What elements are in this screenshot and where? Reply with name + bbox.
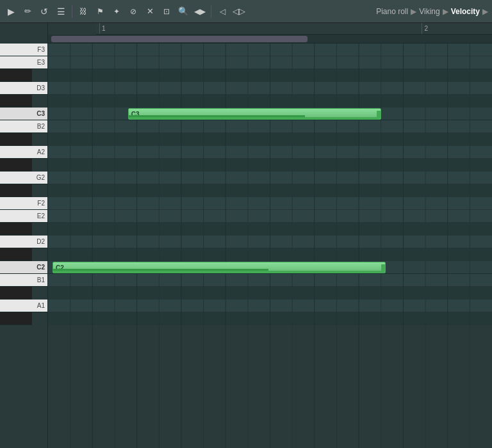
grid-row-gb2[interactable] bbox=[48, 184, 492, 197]
grid-row-c2[interactable]: C2 bbox=[48, 261, 492, 274]
key-ab1[interactable] bbox=[0, 312, 32, 325]
grid-row-db3[interactable] bbox=[48, 95, 492, 108]
key-f3[interactable]: F3 bbox=[0, 44, 47, 56]
pencil-icon[interactable]: ✏ bbox=[20, 4, 35, 19]
grid-row-ab1[interactable] bbox=[48, 312, 492, 325]
chain-icon[interactable]: ⛓ bbox=[76, 4, 90, 19]
grid-row-f2[interactable] bbox=[48, 197, 492, 210]
breadcrumb: Piano roll ▶ Viking ▶ Velocity ▶ bbox=[376, 7, 488, 16]
metronome-icon[interactable]: ◀▶ bbox=[193, 4, 207, 19]
key-d3[interactable]: D3 bbox=[0, 82, 47, 95]
speaker-icon[interactable]: ◁▷ bbox=[232, 4, 246, 19]
key-eb3[interactable] bbox=[0, 69, 32, 82]
key-a2[interactable]: A2 bbox=[0, 146, 47, 159]
key-bb2[interactable] bbox=[0, 133, 32, 146]
breadcrumb-velocity: Velocity bbox=[451, 7, 480, 16]
grid-row-f3[interactable] bbox=[48, 44, 492, 56]
grid-area[interactable]: C3 C2 bbox=[48, 44, 492, 448]
flag-icon[interactable]: ⚑ bbox=[93, 4, 107, 19]
sep-3: ▶ bbox=[482, 7, 488, 16]
ruler-marker-1: 1 bbox=[99, 23, 106, 34]
note-c3[interactable]: C3 bbox=[128, 108, 381, 120]
key-b2[interactable]: B2 bbox=[0, 120, 47, 133]
grid-row-db2[interactable] bbox=[48, 248, 492, 261]
key-eb2[interactable] bbox=[0, 223, 32, 236]
ruler-marker-2: 2 bbox=[422, 23, 428, 34]
key-bb1[interactable] bbox=[0, 287, 32, 300]
grid-row-b1[interactable] bbox=[48, 274, 492, 287]
key-g2[interactable]: G2 bbox=[0, 172, 47, 184]
grid: C3 C2 bbox=[48, 44, 492, 448]
select-icon[interactable]: ⊡ bbox=[160, 4, 174, 19]
grid-row-eb3[interactable] bbox=[48, 69, 492, 82]
grid-row-bb1[interactable] bbox=[48, 287, 492, 300]
mute-icon[interactable]: ✕ bbox=[143, 4, 157, 19]
breadcrumb-viking: Viking bbox=[419, 7, 439, 16]
breadcrumb-piano-roll: Piano roll bbox=[376, 7, 408, 16]
key-ab2[interactable] bbox=[0, 159, 32, 172]
transform-icon[interactable]: ✦ bbox=[110, 4, 124, 19]
separator-2 bbox=[211, 5, 211, 18]
grid-row-c3[interactable]: C3 bbox=[48, 108, 492, 120]
zoom-icon[interactable]: 🔍 bbox=[176, 4, 190, 19]
grid-row-d2[interactable] bbox=[48, 236, 492, 248]
scrollbar-thumb[interactable] bbox=[51, 36, 308, 42]
settings-icon[interactable]: ☰ bbox=[54, 4, 68, 19]
key-a1[interactable]: A1 bbox=[0, 300, 47, 312]
grid-row-a1[interactable] bbox=[48, 300, 492, 312]
note-c3-handle[interactable] bbox=[377, 111, 381, 117]
grid-row-bb2[interactable] bbox=[48, 133, 492, 146]
key-f2[interactable]: F2 bbox=[0, 197, 47, 210]
key-e2[interactable]: E2 bbox=[0, 210, 47, 223]
grid-row-e2[interactable] bbox=[48, 210, 492, 223]
key-db3[interactable] bbox=[0, 95, 32, 108]
grid-row-b2[interactable] bbox=[48, 120, 492, 133]
piano-keyboard[interactable]: F3 E3 D3 C3 B2 A2 G2 F2 E2 D2 C2 bbox=[0, 44, 48, 448]
key-gb2[interactable] bbox=[0, 184, 32, 197]
grid-row-ab2[interactable] bbox=[48, 159, 492, 172]
pointer-icon[interactable]: ▶ bbox=[4, 4, 18, 19]
note-c2-handle[interactable] bbox=[381, 264, 385, 271]
loop-icon[interactable]: ↺ bbox=[37, 4, 51, 19]
note-c2[interactable]: C2 bbox=[53, 262, 386, 273]
note-c3-velocity bbox=[129, 115, 305, 117]
scrollbar-track[interactable] bbox=[48, 35, 492, 44]
key-db2[interactable] bbox=[0, 248, 32, 261]
grid-row-e3[interactable] bbox=[48, 56, 492, 69]
toolbar: ▶ ✏ ↺ ☰ ⛓ ⚑ ✦ ⊘ ✕ ⊡ 🔍 ◀▶ ◁ ◁▷ Piano roll… bbox=[0, 0, 492, 23]
grid-row-d3[interactable] bbox=[48, 82, 492, 95]
grid-row-eb2[interactable] bbox=[48, 223, 492, 236]
audio-icon[interactable]: ◁ bbox=[215, 4, 229, 19]
sep-2: ▶ bbox=[443, 7, 448, 16]
main-area: F3 E3 D3 C3 B2 A2 G2 F2 E2 D2 C2 bbox=[0, 44, 492, 448]
key-d2[interactable]: D2 bbox=[0, 236, 47, 248]
key-e3[interactable]: E3 bbox=[0, 56, 47, 69]
cut-icon[interactable]: ⊘ bbox=[126, 4, 140, 19]
key-b1[interactable]: B1 bbox=[0, 274, 47, 287]
grid-row-a2[interactable] bbox=[48, 146, 492, 159]
key-c3[interactable]: C3 bbox=[0, 108, 47, 120]
grid-row-g2[interactable] bbox=[48, 172, 492, 184]
sep-1: ▶ bbox=[411, 7, 416, 16]
key-c2[interactable]: C2 bbox=[0, 261, 47, 274]
separator-1 bbox=[72, 5, 72, 18]
note-c2-velocity bbox=[53, 269, 269, 271]
